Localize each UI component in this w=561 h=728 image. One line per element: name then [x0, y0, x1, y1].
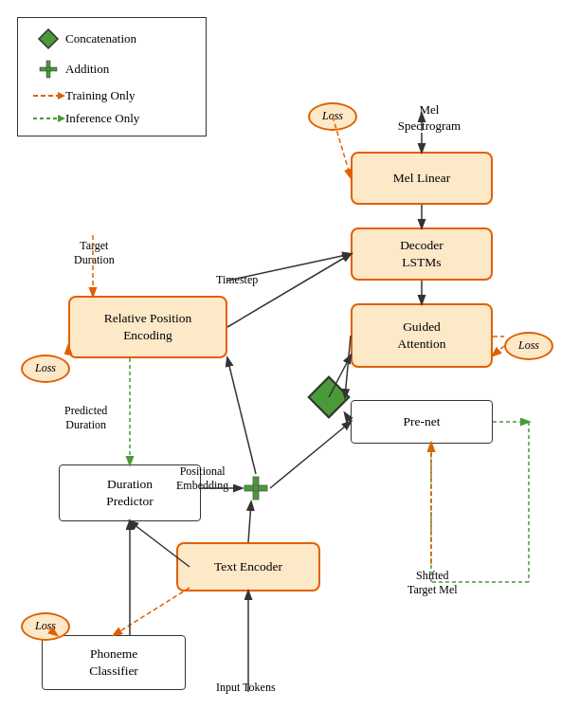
diamond-shape	[307, 375, 350, 418]
addition-plus	[242, 474, 270, 502]
text-encoder-node: Text Encoder	[176, 542, 320, 592]
shifted-target-mel-label: ShiftedTarget Mel	[407, 569, 458, 597]
positional-embedding-label: PositionalEmbedding	[176, 464, 228, 493]
plus-icon	[31, 58, 65, 81]
legend-concat-label: Concatenation	[65, 31, 136, 46]
input-tokens-label: Input Tokens	[216, 681, 276, 695]
svg-marker-6	[58, 92, 65, 100]
loss-relative: Loss	[21, 355, 70, 383]
legend-item-inference: Inference Only	[31, 111, 192, 126]
legend-inference-label: Inference Only	[65, 111, 139, 126]
inference-arrow-icon	[31, 111, 65, 126]
svg-rect-10	[244, 485, 267, 491]
legend-addition-label: Addition	[65, 62, 109, 77]
loss-guided: Loss	[504, 332, 553, 360]
guided-attention-node: GuidedAttention	[351, 303, 493, 368]
phoneme-classifier-node: PhonemeClassifier	[42, 635, 186, 690]
concat-diamond	[313, 381, 345, 413]
svg-line-22	[493, 346, 504, 355]
relative-position-node: Relative PositionEncoding	[68, 296, 227, 358]
timestep-label: Timestep	[216, 273, 258, 287]
svg-rect-2	[40, 67, 57, 71]
svg-line-40	[227, 254, 351, 327]
legend-item-training: Training Only	[31, 88, 192, 103]
mel-linear-node: Mel Linear	[351, 152, 493, 205]
svg-marker-8	[58, 115, 65, 122]
svg-line-30	[270, 422, 351, 488]
legend-item-addition: Addition	[31, 58, 192, 81]
predicted-duration-label: PredictedDuration	[64, 404, 107, 432]
legend: Concatenation Addition Training Only	[17, 17, 207, 136]
svg-line-35	[114, 588, 190, 635]
loss-phoneme: Loss	[21, 612, 70, 641]
diamond-icon	[31, 27, 65, 50]
svg-marker-0	[39, 29, 58, 48]
target-duration-label: TargetDuration	[74, 239, 115, 267]
svg-line-34	[248, 502, 251, 542]
legend-item-concat: Concatenation	[31, 27, 192, 50]
pre-net-node: Pre-net	[351, 400, 493, 444]
svg-line-29	[227, 358, 256, 474]
mel-spectrogram-label: MelSpectrogram	[368, 102, 491, 135]
legend-training-label: Training Only	[65, 88, 136, 103]
loss-top: Loss	[308, 102, 357, 131]
decoder-lstms-node: DecoderLSTMs	[351, 228, 493, 281]
training-arrow-icon	[31, 88, 65, 103]
